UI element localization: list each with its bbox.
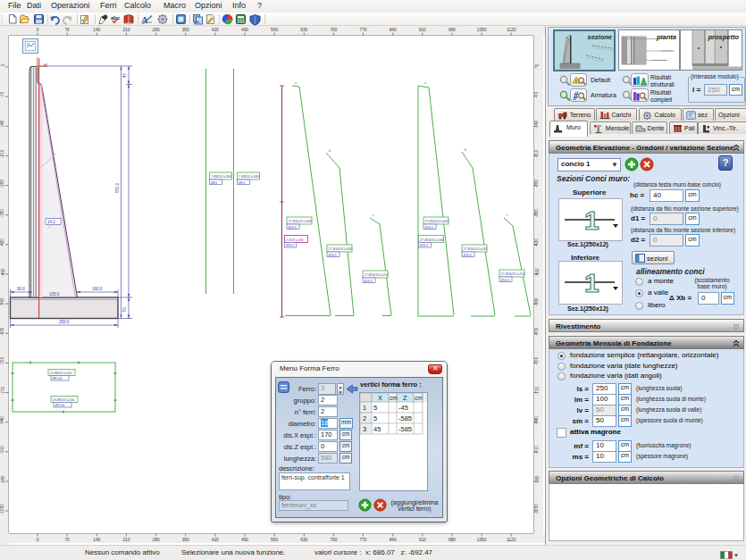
svg-text:40: 40 [122,72,127,78]
svg-text:b: b [465,147,467,152]
svg-text:840: 840 [390,28,397,32]
svg-text:250.0: 250.0 [59,320,70,324]
svg-text:910: 910 [419,538,426,542]
svg-text:1050: 1050 [477,538,487,542]
svg-text:1120: 1120 [507,28,516,32]
svg-text:Z: Z [403,394,407,402]
svg-text:420: 420 [212,538,219,542]
svg-text:Ø16:3: Ø16:3 [365,280,373,283]
svg-text:-70: -70 [1,91,5,97]
svg-text:27 Ø16/20 l=432: 27 Ø16/20 l=432 [464,247,488,251]
svg-text:-140: -140 [1,120,5,129]
svg-text:70: 70 [64,538,70,542]
svg-text:-140: -140 [535,120,540,129]
svg-text:3: 3 [363,425,366,433]
svg-text:490: 490 [241,28,248,32]
svg-text:350: 350 [182,538,189,542]
svg-text:27 Ø16/20 l=254: 27 Ø16/20 l=254 [365,273,389,277]
svg-text:5: 5 [373,404,377,412]
svg-text:0: 0 [37,28,39,32]
svg-text:0: 0 [37,538,39,542]
svg-text:105.0: 105.0 [49,292,60,297]
svg-text:cm: cm [390,395,398,401]
svg-text:a: a [424,80,427,85]
svg-text:-350: -350 [535,209,540,218]
svg-text:210: 210 [122,28,130,32]
svg-text:980: 980 [448,28,456,32]
svg-text:Ø18:2: Ø18:2 [286,244,294,247]
svg-text:Ø16:3: Ø16:3 [464,254,472,257]
svg-text:Ø16:3: Ø16:3 [329,254,337,257]
svg-text:560: 560 [271,538,278,542]
svg-text:280: 280 [153,538,160,542]
svg-text:-350: -350 [1,209,5,218]
svg-text:700: 700 [330,28,337,32]
svg-text:-420: -420 [535,238,540,247]
svg-text:-980: -980 [1,475,5,484]
svg-text:27 Ø16/20 l=609: 27 Ø16/20 l=609 [289,220,313,223]
svg-text:-770: -770 [535,386,540,395]
svg-text:-210: -210 [1,149,5,158]
svg-text:550.0: 550.0 [115,182,120,193]
svg-text:1: 1 [584,268,599,297]
svg-text:160.0: 160.0 [92,287,103,291]
svg-text:27 Ø16/20 l=432: 27 Ø16/20 l=432 [329,247,353,251]
svg-text:a: a [295,80,298,85]
svg-text:770: 770 [359,28,366,32]
svg-text:-420: -420 [1,238,5,247]
svg-text:90.0: 90.0 [17,287,25,291]
svg-text:-280: -280 [535,180,540,188]
svg-text:210: 210 [122,538,130,542]
svg-text:700: 700 [330,538,337,542]
svg-text:abc: abc [111,15,121,21]
svg-text:-700: -700 [1,356,5,365]
svg-text:560: 560 [271,28,278,32]
svg-text:7 Ø8/20 l=584: 7 Ø8/20 l=584 [239,175,259,179]
svg-text:-980: -980 [535,475,540,484]
svg-text:-840: -840 [1,416,5,425]
svg-text:630: 630 [300,28,307,32]
svg-text:0: 0 [535,63,540,66]
svg-text:c: c [373,213,374,217]
svg-text:-1050: -1050 [535,504,540,514]
svg-text:-585: -585 [398,414,412,422]
svg-text:Ø8:504: Ø8:504 [55,404,65,407]
svg-text:-630: -630 [535,327,540,336]
svg-text:1050: 1050 [477,28,487,32]
svg-text:980: 980 [448,538,456,542]
svg-text:-840: -840 [535,416,540,425]
svg-text:-910: -910 [535,446,540,455]
svg-text:140: 140 [93,28,100,32]
svg-text:1: 1 [584,205,599,235]
svg-text:cm: cm [415,395,423,401]
svg-text:2: 2 [363,414,366,422]
svg-text:X: X [378,394,382,402]
svg-text:Ø16:3: Ø16:3 [420,244,428,247]
svg-text:!: ! [575,79,577,84]
svg-text:840: 840 [390,538,397,542]
svg-text:27 Ø16/20 l=254: 27 Ø16/20 l=254 [501,272,525,276]
svg-text:-45: -45 [398,404,408,412]
svg-text:7 Ø8/20 l=584: 7 Ø8/20 l=584 [211,175,231,179]
svg-text:910: 910 [419,28,426,32]
svg-text:Ø8:5: Ø8:5 [211,181,217,185]
svg-text:Ø8:504: Ø8:504 [53,377,63,380]
svg-text:Ø8:5: Ø8:5 [239,181,245,185]
svg-text:27 Ø16/20 l=584: 27 Ø16/20 l=584 [420,238,444,242]
svg-text:Ø16:3: Ø16:3 [425,226,433,230]
svg-text:45: 45 [373,425,381,433]
svg-text:c: c [507,213,508,217]
svg-text:5: 5 [373,414,377,422]
svg-text:-770: -770 [1,386,5,395]
svg-text:14.2: 14.2 [47,220,55,224]
svg-text:630: 630 [300,538,307,542]
svg-text:1: 1 [363,404,366,412]
svg-text:-560: -560 [535,297,540,306]
svg-text:-210: -210 [535,149,540,158]
svg-text:1120: 1120 [507,538,516,542]
svg-text:70: 70 [64,28,70,32]
svg-text:-490: -490 [1,268,5,277]
svg-text:-1050: -1050 [1,504,5,514]
svg-text:420: 420 [212,28,219,32]
svg-text:770: 770 [359,538,366,542]
